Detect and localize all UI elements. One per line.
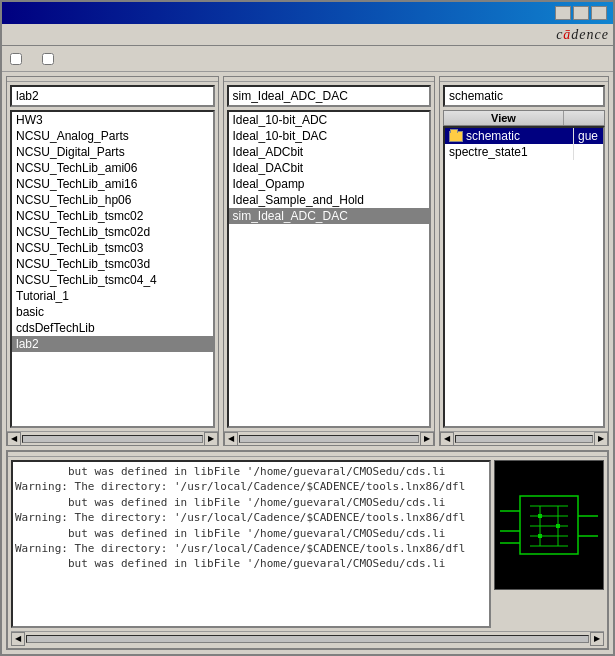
cell-panel: Ideal_10-bit_ADCIdeal_10-bit_DACIdeal_AD… (223, 76, 436, 446)
minimize-button[interactable] (555, 6, 571, 20)
menu-view[interactable] (42, 34, 48, 36)
cell-scroll-right[interactable]: ▶ (420, 432, 434, 446)
view-col-name: View (444, 111, 564, 125)
msg-scroll-left[interactable]: ◀ (11, 632, 25, 646)
main-panels: HW3NCSU_Analog_PartsNCSU_Digital_PartsNC… (2, 72, 613, 450)
view-scrollbar-x[interactable]: ◀ ▶ (440, 431, 608, 445)
library-scrollbar-x[interactable]: ◀ ▶ (7, 431, 218, 445)
menu-bar: cādence (2, 24, 613, 46)
view-list[interactable]: schematicguespectre_state1 (443, 126, 605, 428)
library-list-item[interactable]: cdsDefTechLib (12, 320, 213, 336)
view-scroll-right[interactable]: ▶ (594, 432, 608, 446)
library-list-item[interactable]: NCSU_Analog_Parts (12, 128, 213, 144)
library-list-item[interactable]: NCSU_Digital_Parts (12, 144, 213, 160)
library-search-input[interactable] (10, 85, 215, 107)
library-panel: HW3NCSU_Analog_PartsNCSU_Digital_PartsNC… (6, 76, 219, 446)
msg-scroll-track[interactable] (26, 635, 589, 643)
svg-rect-15 (538, 534, 542, 538)
library-list-item[interactable]: NCSU_TechLib_tsmc04_4 (12, 272, 213, 288)
library-list[interactable]: HW3NCSU_Analog_PartsNCSU_Digital_PartsNC… (10, 110, 215, 428)
msg-scroll-right[interactable]: ▶ (590, 632, 604, 646)
cell-list-item[interactable]: Ideal_Opamp (229, 176, 430, 192)
window-controls (555, 6, 607, 20)
view-cell-name: schematic (445, 128, 573, 144)
view-table-header: View (443, 110, 605, 126)
maximize-button[interactable] (573, 6, 589, 20)
menu-file[interactable] (6, 34, 12, 36)
library-list-item[interactable]: NCSU_TechLib_hp06 (12, 192, 213, 208)
show-files-checkbox[interactable] (42, 53, 58, 65)
cell-list-item[interactable]: Ideal_DACbit (229, 160, 430, 176)
view-list-item[interactable]: schematicgue (445, 128, 603, 144)
library-list-item[interactable]: NCSU_TechLib_ami06 (12, 160, 213, 176)
menu-design-manager[interactable] (60, 34, 66, 36)
view-name-text: spectre_state1 (449, 145, 528, 159)
show-categories-checkbox[interactable] (10, 53, 26, 65)
library-list-item[interactable]: basic (12, 304, 213, 320)
view-search-input[interactable] (443, 85, 605, 107)
library-list-item[interactable]: HW3 (12, 112, 213, 128)
close-button[interactable] (591, 6, 607, 20)
svg-rect-0 (520, 496, 578, 554)
view-col-user (564, 111, 604, 125)
view-scroll-track[interactable] (455, 435, 593, 443)
view-cell-user: gue (573, 128, 603, 144)
library-list-item[interactable]: NCSU_TechLib_tsmc02d (12, 224, 213, 240)
folder-icon (449, 131, 463, 142)
view-name-text: schematic (466, 129, 520, 143)
view-cell-user (573, 144, 603, 160)
cell-search-input[interactable] (227, 85, 432, 107)
cell-list[interactable]: Ideal_10-bit_ADCIdeal_10-bit_DACIdeal_AD… (227, 110, 432, 428)
library-list-item[interactable]: NCSU_TechLib_tsmc02 (12, 208, 213, 224)
messages-text[interactable]: but was defined in libFile '/home/guevar… (11, 460, 491, 628)
schematic-thumbnail (494, 460, 604, 590)
messages-section: but was defined in libFile '/home/guevar… (6, 450, 609, 650)
svg-rect-14 (556, 524, 560, 528)
library-list-item[interactable]: Tutorial_1 (12, 288, 213, 304)
library-list-item[interactable]: lab2 (12, 336, 213, 352)
show-categories-input[interactable] (10, 53, 22, 65)
show-files-input[interactable] (42, 53, 54, 65)
cell-scroll-left[interactable]: ◀ (224, 432, 238, 446)
view-list-item[interactable]: spectre_state1 (445, 144, 603, 160)
menu-help[interactable] (78, 34, 84, 36)
menu-edit[interactable] (24, 34, 30, 36)
title-bar (2, 2, 613, 24)
messages-scrollbar-x[interactable]: ◀ ▶ (11, 631, 604, 645)
lib-scroll-left[interactable]: ◀ (7, 432, 21, 446)
message-line: Warning: The directory: '/usr/local/Cade… (15, 479, 487, 494)
message-line: Warning: The directory: '/usr/local/Cade… (15, 541, 487, 556)
view-scroll-left[interactable]: ◀ (440, 432, 454, 446)
cell-scrollbar-x[interactable]: ◀ ▶ (224, 431, 435, 445)
lib-scroll-track[interactable] (22, 435, 203, 443)
cell-list-item[interactable]: Ideal_10-bit_DAC (229, 128, 430, 144)
cell-panel-header (224, 77, 435, 82)
cell-list-item[interactable]: Ideal_ADCbit (229, 144, 430, 160)
cell-list-item[interactable]: Ideal_10-bit_ADC (229, 112, 430, 128)
main-window: cādence HW3NCSU_Analog_PartsNCSU_Digital… (0, 0, 615, 656)
library-list-item[interactable]: NCSU_TechLib_tsmc03 (12, 240, 213, 256)
lib-scroll-right[interactable]: ▶ (204, 432, 218, 446)
view-panel-header (440, 77, 608, 82)
messages-body: but was defined in libFile '/home/guevar… (8, 457, 607, 631)
message-line: but was defined in libFile '/home/guevar… (15, 495, 487, 510)
view-cell-name: spectre_state1 (445, 144, 573, 160)
library-list-item[interactable]: NCSU_TechLib_ami16 (12, 176, 213, 192)
message-line: but was defined in libFile '/home/guevar… (15, 556, 487, 571)
cell-list-item[interactable]: sim_Ideal_ADC_DAC (229, 208, 430, 224)
message-line: but was defined in libFile '/home/guevar… (15, 526, 487, 541)
view-panel: View schematicguespectre_state1 ◀ ▶ (439, 76, 609, 446)
toolbar (2, 46, 613, 72)
svg-rect-13 (538, 514, 542, 518)
message-line: Warning: The directory: '/usr/local/Cade… (15, 510, 487, 525)
cadence-logo: cādence (556, 27, 609, 43)
message-line: but was defined in libFile '/home/guevar… (15, 464, 487, 479)
cell-list-item[interactable]: Ideal_Sample_and_Hold (229, 192, 430, 208)
library-list-item[interactable]: NCSU_TechLib_tsmc03d (12, 256, 213, 272)
cell-scroll-track[interactable] (239, 435, 420, 443)
library-panel-header (7, 77, 218, 82)
